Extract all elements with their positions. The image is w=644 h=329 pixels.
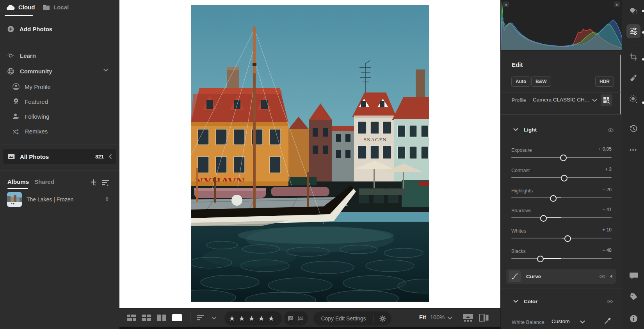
- contrast-slider[interactable]: Contrast + 3: [511, 167, 612, 181]
- healing-tool-button[interactable]: [626, 71, 640, 85]
- add-album-icon[interactable]: [90, 179, 98, 187]
- more-dots-icon: •••: [630, 147, 637, 153]
- star-rating[interactable]: ★★★★★: [224, 311, 282, 325]
- chevron-down-icon[interactable]: [513, 300, 518, 303]
- rating-stars[interactable]: ★★★★★: [229, 315, 278, 322]
- fit-label[interactable]: Fit: [419, 314, 426, 320]
- sidebar-item-learn[interactable]: Learn: [7, 52, 36, 60]
- blacks-slider[interactable]: Blacks − 48: [511, 247, 612, 261]
- hdr-button[interactable]: HDR: [595, 76, 614, 87]
- chevron-down-icon[interactable]: [447, 317, 452, 320]
- histogram[interactable]: ▲ ▲: [501, 0, 622, 51]
- eye-icon[interactable]: [607, 128, 614, 133]
- slider-track[interactable]: [511, 217, 612, 218]
- slider-knob[interactable]: [550, 195, 557, 202]
- slider-knob[interactable]: [540, 215, 547, 222]
- star-icon[interactable]: ★: [268, 315, 278, 322]
- chevron-down-icon[interactable]: [592, 99, 597, 102]
- chevron-down-icon[interactable]: [580, 320, 585, 324]
- album-list-item[interactable]: The Lakes | Frozen: [7, 192, 73, 207]
- whites-slider[interactable]: Whites + 10: [511, 227, 612, 241]
- zoom-value[interactable]: 100%: [430, 314, 445, 320]
- chevron-left-icon[interactable]: [109, 154, 112, 159]
- slider-knob[interactable]: [564, 235, 571, 242]
- exposure-slider[interactable]: Exposure + 0,05: [511, 146, 612, 160]
- shadow-clipping-indicator[interactable]: ▲: [503, 2, 509, 7]
- curve-row[interactable]: Curve: [506, 269, 616, 284]
- mosaic-view-icon[interactable]: [127, 315, 136, 321]
- versions-history-button[interactable]: [626, 122, 640, 136]
- highlights-slider[interactable]: Highlights − 20: [511, 187, 612, 201]
- eye-icon[interactable]: [599, 274, 606, 279]
- profile-browser-button[interactable]: [601, 94, 612, 106]
- flag-reject-icon[interactable]: [298, 316, 304, 321]
- sidebar-item-remixes[interactable]: Remixes: [12, 128, 48, 135]
- sidebar-item-following[interactable]: Following: [12, 112, 49, 120]
- featured-badge-icon: [12, 98, 20, 105]
- filmstrip-toggle-icon[interactable]: [463, 314, 473, 322]
- tab-local[interactable]: Local: [43, 4, 69, 11]
- eyedropper-icon[interactable]: [604, 316, 612, 325]
- sort-albums-icon[interactable]: [102, 180, 110, 187]
- slider-knob[interactable]: [537, 256, 544, 262]
- sort-icon[interactable]: [197, 315, 205, 320]
- sidebar-item-community[interactable]: Community: [7, 67, 52, 75]
- grid-view-icon[interactable]: [142, 315, 151, 321]
- sidebar-item-label: Featured: [25, 98, 48, 105]
- star-icon[interactable]: ★: [229, 315, 238, 322]
- slider-knob[interactable]: [560, 155, 567, 161]
- presets-profiles-button[interactable]: [626, 4, 640, 18]
- edit-tool-button[interactable]: [626, 24, 640, 38]
- star-icon[interactable]: ★: [258, 315, 268, 322]
- globe-icon: [7, 67, 15, 75]
- slider-knob[interactable]: [561, 175, 568, 181]
- all-photos-item[interactable]: All Photos 821: [3, 149, 116, 164]
- tab-cloud-label: Cloud: [18, 4, 35, 11]
- edit-panel-title: Edit: [512, 61, 523, 68]
- sidebar-item-label: My Profile: [25, 84, 51, 90]
- keywords-tag-button[interactable]: [626, 290, 640, 304]
- tab-shared[interactable]: Shared: [34, 178, 54, 185]
- color-section-title[interactable]: Color: [524, 299, 537, 304]
- curve-icon[interactable]: [509, 270, 521, 282]
- profile-value[interactable]: Camera CLASSIC CH...: [533, 97, 589, 103]
- star-icon[interactable]: ★: [248, 315, 258, 322]
- photo-nyhavn[interactable]: NYHAVN SKAGEN: [191, 5, 429, 302]
- detail-view-icon[interactable]: [172, 314, 182, 321]
- tab-albums[interactable]: Albums: [7, 178, 29, 185]
- star-icon[interactable]: ★: [238, 315, 248, 322]
- chevron-down-icon[interactable]: [513, 128, 518, 131]
- sidebar-item-featured[interactable]: Featured: [12, 98, 48, 105]
- slider-value: − 41: [602, 207, 612, 212]
- chevron-down-icon[interactable]: [103, 68, 109, 72]
- chevron-down-icon[interactable]: [212, 317, 217, 320]
- slider-track[interactable]: [511, 197, 612, 198]
- auto-button[interactable]: Auto: [511, 76, 530, 87]
- shadows-slider[interactable]: Shadows − 41: [511, 207, 612, 221]
- masking-tool-button[interactable]: [626, 92, 640, 106]
- photos-icon: [8, 153, 15, 160]
- crop-tool-button[interactable]: [626, 50, 640, 64]
- tab-cloud[interactable]: Cloud: [6, 4, 35, 11]
- highlight-clipping-indicator[interactable]: ▲: [614, 2, 620, 7]
- light-section-title[interactable]: Light: [524, 127, 537, 133]
- slider-track[interactable]: [511, 258, 612, 259]
- comments-button[interactable]: [626, 269, 640, 283]
- more-tools-button[interactable]: •••: [626, 142, 640, 156]
- tools-rail: •••: [622, 0, 644, 329]
- eye-icon[interactable]: [607, 299, 613, 304]
- info-button[interactable]: [626, 311, 640, 325]
- before-after-icon[interactable]: [479, 314, 489, 322]
- copy-edit-settings-button[interactable]: Copy Edit Settings: [313, 315, 374, 322]
- bw-button[interactable]: B&W: [531, 76, 551, 87]
- gear-icon[interactable]: [374, 315, 391, 322]
- slider-label: Exposure: [511, 148, 532, 153]
- flag-pick-icon[interactable]: [288, 316, 294, 321]
- collapse-left-icon[interactable]: [610, 274, 612, 278]
- compare-view-icon[interactable]: [157, 315, 166, 321]
- panel-scrollbar[interactable]: [620, 55, 621, 114]
- add-photos-button[interactable]: Add Photos: [7, 26, 52, 32]
- sidebar-divider: [0, 44, 119, 44]
- sidebar-item-my-profile[interactable]: My Profile: [12, 83, 51, 91]
- white-balance-value[interactable]: Custom: [551, 318, 570, 324]
